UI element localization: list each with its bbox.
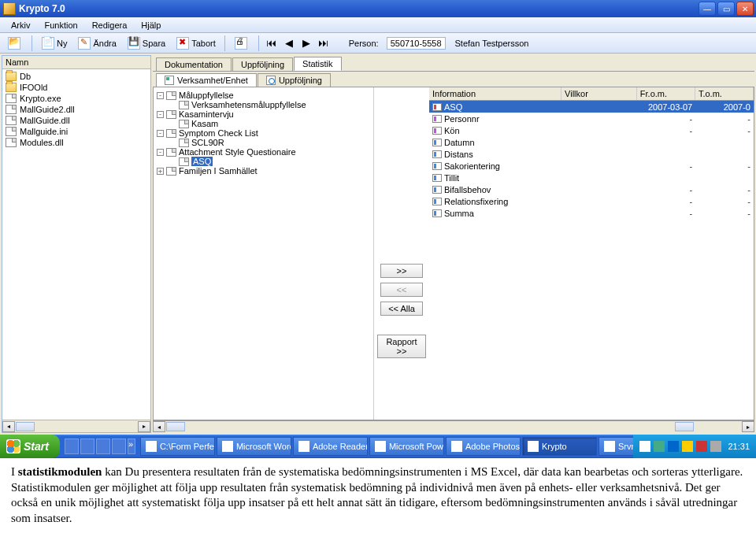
menu-redigera[interactable]: Redigera — [86, 19, 134, 31]
tree-node[interactable]: ASQ — [155, 157, 372, 166]
scroll-left[interactable]: ◂ — [2, 421, 15, 432]
taskbar-item[interactable]: Adobe Reader … — [293, 437, 368, 456]
tray-icon[interactable] — [639, 441, 650, 452]
ql-item[interactable] — [80, 439, 94, 454]
taskbar-item[interactable]: Krypto — [522, 437, 597, 456]
taskbar-item[interactable]: Adobe Photoshop… — [446, 437, 521, 456]
tree-node[interactable]: +Familjen I Samhället — [155, 166, 372, 176]
col-information[interactable]: Information — [429, 87, 561, 100]
menu-hjalp[interactable]: Hjälp — [135, 19, 167, 31]
panel-scroll-right[interactable]: ▸ — [742, 421, 754, 432]
tree-node[interactable]: -Symptom Check List — [155, 128, 372, 138]
scroll-right[interactable]: ▸ — [138, 421, 150, 432]
panel-scroll-left[interactable]: ◂ — [153, 421, 165, 432]
file-item[interactable]: Modules.dll — [2, 137, 150, 148]
tree-twisty[interactable]: + — [157, 168, 164, 175]
ny-button[interactable]: Ny — [37, 35, 72, 51]
save-icon — [128, 37, 140, 50]
taskbar-item[interactable]: Microsoft Word … — [217, 437, 291, 456]
tab-uppfoljning[interactable]: Uppföljning — [232, 57, 293, 71]
taskbar-item[interactable]: Microsoft Powe… — [369, 437, 444, 456]
task-label: Microsoft Word … — [236, 442, 291, 451]
grid-row[interactable]: Distans — [429, 148, 754, 160]
andra-button[interactable]: Ändra — [73, 35, 120, 51]
col-from[interactable]: Fr.o.m. — [637, 87, 695, 100]
tabort-button[interactable]: Tabort — [172, 35, 220, 51]
caption-bold: statistikmodulen — [18, 465, 102, 478]
grid-row[interactable]: Tillit — [429, 172, 754, 183]
tree-node[interactable]: Kasam — [155, 119, 372, 128]
tree-twisty[interactable]: - — [157, 92, 164, 99]
menu-funktion[interactable]: Funktion — [38, 19, 83, 31]
remove-all-button[interactable]: << Alla — [380, 302, 423, 316]
tray-icon[interactable] — [682, 441, 693, 452]
maximize-button[interactable]: ▭ — [717, 2, 735, 16]
report-button[interactable]: Rapport >> — [377, 335, 426, 358]
caption-lead: I — [11, 465, 18, 478]
file-item[interactable]: IFOOld — [2, 82, 150, 93]
ql-item[interactable] — [96, 439, 110, 454]
row-icon — [432, 198, 442, 205]
tray-icon[interactable] — [696, 441, 707, 452]
file-list-header[interactable]: Namn — [2, 56, 150, 69]
tree-twisty[interactable]: - — [157, 111, 164, 118]
print-button[interactable] — [230, 35, 254, 51]
file-label: Krypto.exe — [20, 94, 61, 103]
file-item[interactable]: MallGuide2.dll — [2, 104, 150, 115]
tree-node[interactable]: Verksamhetensmåluppfyllelse — [155, 100, 372, 109]
grid-row[interactable]: Kön-- — [429, 124, 754, 136]
ql-chevron[interactable]: » — [128, 439, 135, 454]
add-button[interactable]: >> — [380, 264, 423, 278]
nav-next[interactable]: ▶ — [298, 37, 314, 49]
ql-item[interactable] — [112, 439, 126, 454]
grid-row[interactable]: Datumn — [429, 136, 754, 148]
panel-scroll-thumb[interactable] — [166, 422, 185, 431]
file-item[interactable]: Db — [2, 71, 150, 82]
tree-node[interactable]: -Kasamintervju — [155, 109, 372, 119]
tray-icon[interactable] — [668, 441, 679, 452]
row-icon — [432, 186, 442, 194]
spara-button[interactable]: Spara — [123, 35, 170, 51]
close-button[interactable]: ✕ — [736, 2, 754, 16]
start-button[interactable]: Start — [0, 435, 60, 458]
grid-row[interactable]: Personnr-- — [429, 113, 754, 124]
grid-row[interactable]: Relationsfixering-- — [429, 195, 754, 207]
subtab-uppfoljning[interactable]: Uppföljning — [258, 73, 331, 87]
tab-dokumentation[interactable]: Dokumentation — [156, 57, 232, 71]
row-villkor — [562, 160, 638, 172]
taskbar-item[interactable]: Srvmon — [598, 437, 634, 456]
col-villkor[interactable]: Villkor — [561, 87, 637, 100]
nav-first[interactable]: ⏮ — [264, 37, 280, 49]
tree-node[interactable]: SCL90R — [155, 138, 372, 147]
minimize-button[interactable]: — — [699, 2, 716, 16]
tray-icon[interactable] — [710, 441, 721, 452]
tree-node[interactable]: -Måluppfyllelse — [155, 91, 372, 100]
file-item[interactable]: MallGuide.dll — [2, 115, 150, 126]
grid-row[interactable]: Sakorientering-- — [429, 160, 754, 172]
col-tom[interactable]: T.o.m. — [695, 87, 754, 100]
row-tom — [695, 136, 754, 148]
tab-statistik[interactable]: Statistik — [294, 57, 342, 71]
file-list-scrollbar[interactable]: ◂ ▸ — [2, 420, 150, 432]
tree-twisty[interactable]: - — [157, 130, 164, 137]
panel-scroll-thumb2[interactable] — [675, 422, 694, 431]
scroll-thumb[interactable] — [16, 422, 35, 431]
tray-icon[interactable] — [654, 441, 665, 452]
grid-row[interactable]: ASQ2007-03-072007-0 — [429, 101, 754, 113]
file-item[interactable]: Mallguide.ini — [2, 126, 150, 137]
panel-scrollbar[interactable]: ◂ ▸ — [153, 420, 754, 433]
grid-row[interactable]: Bifallsbehov-- — [429, 183, 754, 195]
ql-item[interactable] — [65, 439, 79, 454]
nav-last[interactable]: ⏭ — [316, 37, 332, 49]
row-villkor — [562, 113, 638, 124]
tree-node[interactable]: -Attachment Style Questionaire — [155, 147, 372, 157]
open-button[interactable] — [3, 35, 28, 51]
file-item[interactable]: Krypto.exe — [2, 93, 150, 104]
taskbar-item[interactable]: C:\Form Perfec… — [140, 437, 215, 456]
nav-prev[interactable]: ◀ — [281, 37, 297, 49]
menu-arkiv[interactable]: Arkiv — [5, 19, 36, 31]
remove-button[interactable]: << — [380, 283, 423, 297]
grid-row[interactable]: Summa-- — [429, 207, 754, 219]
subtab-verksamhet[interactable]: Verksamhet/Enhet — [156, 73, 257, 87]
tree-twisty[interactable]: - — [157, 149, 164, 156]
